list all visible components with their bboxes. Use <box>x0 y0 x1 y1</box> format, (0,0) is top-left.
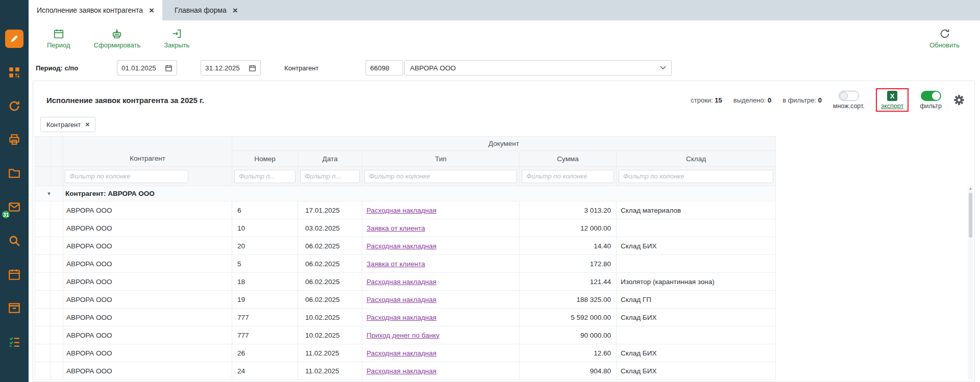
close-form-button[interactable]: Закрыть <box>164 28 189 49</box>
column-filter-date[interactable] <box>300 170 360 183</box>
collapse-triangle-icon[interactable]: ▾ <box>35 186 63 201</box>
cell-number: 5 <box>232 255 298 273</box>
sidebar-item-search[interactable] <box>5 232 23 250</box>
document-type-link[interactable]: Заявка от клиента <box>366 224 425 232</box>
table-row[interactable]: АВРОРА ООО 5 06.02.2025 Заявка от клиент… <box>35 255 776 273</box>
refresh-button[interactable]: Обновить <box>929 28 960 49</box>
tab-label: Исполнение заявок контрагента <box>37 6 143 14</box>
cell-doc-type: Расходная накладная <box>362 273 520 291</box>
close-icon[interactable]: × <box>233 6 238 15</box>
document-type-link[interactable]: Заявка от клиента <box>366 260 425 268</box>
counterparty-code-value[interactable] <box>370 64 399 72</box>
counterparty-code-input[interactable] <box>365 60 403 75</box>
period-button[interactable]: Период <box>47 28 70 49</box>
document-type-link[interactable]: Расходная накладная <box>366 278 436 286</box>
sidebar-item-qr[interactable] <box>5 63 23 82</box>
sidebar-item-sync[interactable] <box>5 97 23 115</box>
sidebar: 31 <box>0 0 29 382</box>
counterparty-select[interactable]: АВРОРА ООО <box>404 60 672 75</box>
cell-warehouse: Склад БИХ <box>617 309 776 326</box>
toggle-on-icon[interactable] <box>921 91 941 101</box>
folder-icon <box>8 167 21 180</box>
cell-number: 18 <box>232 273 298 291</box>
sidebar-item-mail[interactable]: 31 <box>5 198 23 216</box>
cell-counterparty: АВРОРА ООО <box>63 237 232 255</box>
sidebar-item-calendar[interactable] <box>5 265 23 284</box>
table-row[interactable]: АВРОРА ООО 6 17.01.2025 Расходная наклад… <box>35 201 776 219</box>
scroll-up-icon[interactable]: ▲ <box>968 186 973 192</box>
calendar-icon[interactable] <box>165 64 173 72</box>
document-type-link[interactable]: Расходная накладная <box>366 242 436 250</box>
document-type-link[interactable]: Расходная накладная <box>366 367 436 375</box>
column-header-sum[interactable]: Сумма <box>520 151 617 167</box>
column-filter-counterparty[interactable] <box>65 170 188 183</box>
date-to-value[interactable] <box>205 64 249 72</box>
sidebar-item-tasks[interactable] <box>5 333 23 351</box>
scrollbar-thumb[interactable] <box>969 193 972 238</box>
document-type-link[interactable]: Приход денег по банку <box>366 332 439 339</box>
sidebar-item-print[interactable] <box>5 131 23 149</box>
multisort-label: множ.сорт. <box>833 103 865 110</box>
column-header-counterparty[interactable]: Контрагент <box>63 151 232 167</box>
export-label[interactable]: экспорт <box>881 103 903 110</box>
toggle-off-icon[interactable] <box>839 91 859 101</box>
table-row[interactable]: АВРОРА ООО 10 03.02.2025 Заявка от клиен… <box>35 219 776 237</box>
excel-icon[interactable]: X <box>887 91 897 101</box>
cell-counterparty: АВРОРА ООО <box>63 362 232 380</box>
column-filter-sum[interactable] <box>522 170 614 183</box>
multisort-toggle[interactable]: множ.сорт. <box>833 91 865 110</box>
column-filter-warehouse[interactable] <box>619 170 773 183</box>
cell-number: 777 <box>232 326 298 344</box>
settings-gear-icon[interactable] <box>953 94 965 106</box>
cell-counterparty: АВРОРА ООО <box>63 273 232 291</box>
table-row[interactable]: АВРОРА ООО 19 06.02.2025 Расходная накла… <box>35 291 776 309</box>
calendar-icon[interactable] <box>249 64 256 72</box>
column-header-type[interactable]: Тип <box>362 151 520 167</box>
generate-button[interactable]: Сформировать <box>94 28 141 49</box>
group-row[interactable]: ▾ Контрагент: АВРОРА ООО <box>35 186 776 201</box>
column-header-number[interactable]: Номер <box>232 151 298 167</box>
cell-number: 6 <box>232 201 298 219</box>
cell-doc-type: Расходная накладная <box>362 291 520 309</box>
tab-bar: Исполнение заявок контрагента × Главная … <box>29 0 980 20</box>
close-icon[interactable]: × <box>149 6 154 15</box>
document-type-link[interactable]: Расходная накладная <box>366 296 436 303</box>
table-row[interactable]: АВРОРА ООО 777 10.02.2025 Расходная накл… <box>35 309 776 326</box>
column-header-date[interactable]: Дата <box>298 151 362 167</box>
table-row[interactable]: АВРОРА ООО 18 06.02.2025 Расходная накла… <box>35 273 776 291</box>
column-filter-number[interactable] <box>234 170 296 183</box>
tab-main-form[interactable]: Главная форма × <box>166 0 246 20</box>
table-row[interactable]: АВРОРА ООО 24 11.02.2025 Расходная накла… <box>35 362 776 380</box>
cell-sum: 3 013.20 <box>520 201 617 219</box>
tab-report[interactable]: Исполнение заявок контрагента × <box>29 0 162 20</box>
counterparty-select-value: АВРОРА ООО <box>410 64 456 72</box>
sidebar-item-archive[interactable] <box>5 299 23 317</box>
cell-number: 24 <box>232 362 298 380</box>
close-icon[interactable]: × <box>85 120 89 129</box>
vertical-scrollbar[interactable]: ▲ <box>968 186 973 379</box>
date-to-input[interactable] <box>201 60 261 75</box>
document-type-link[interactable]: Расходная накладная <box>366 349 436 357</box>
group-header-document[interactable]: Документ <box>232 137 776 151</box>
chip-counterparty[interactable]: Контрагент × <box>40 117 95 132</box>
document-type-link[interactable]: Расходная накладная <box>366 314 436 321</box>
report-table-wrap: Документ Контрагент Номер Дата Тип Сумма… <box>35 136 974 380</box>
cell-sum: 188 325.00 <box>520 291 617 309</box>
date-from-input[interactable] <box>117 60 177 75</box>
document-type-link[interactable]: Расходная накладная <box>366 207 436 214</box>
export-button[interactable]: X экспорт <box>881 91 903 110</box>
generate-report-icon <box>111 28 122 39</box>
table-row[interactable]: АВРОРА ООО 20 06.02.2025 Расходная накла… <box>35 237 776 255</box>
table-body: ▾ Контрагент: АВРОРА ООО АВРОРА ООО 6 17… <box>35 186 776 380</box>
column-header-warehouse[interactable]: Склад <box>617 151 776 167</box>
generate-button-label: Сформировать <box>94 41 141 49</box>
table-row[interactable]: АВРОРА ООО 777 10.02.2025 Приход денег п… <box>35 326 776 344</box>
table-row[interactable]: АВРОРА ООО 26 11.02.2025 Расходная накла… <box>35 344 776 362</box>
close-button-label: Закрыть <box>164 41 189 49</box>
date-from-value[interactable] <box>121 64 165 72</box>
sidebar-item-folder[interactable] <box>5 164 23 183</box>
column-filter-type[interactable] <box>364 170 517 183</box>
filter-toggle[interactable]: фильтр <box>920 91 942 110</box>
sidebar-item-edit[interactable] <box>5 30 23 48</box>
filter-bar: Период: с/по Контрагент АВРОРА ООО <box>29 56 980 80</box>
